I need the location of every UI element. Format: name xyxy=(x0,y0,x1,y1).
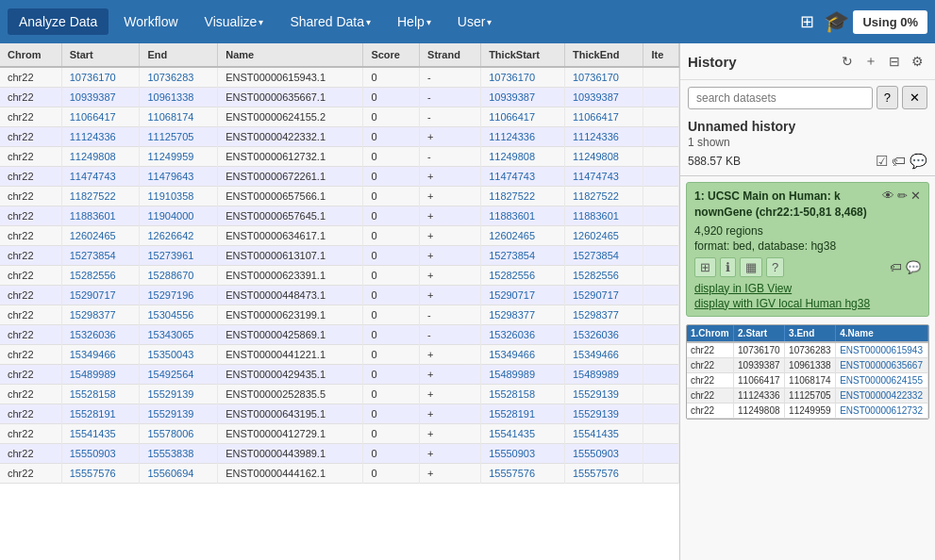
table-cell xyxy=(643,187,679,206)
history-size: 588.57 KB xyxy=(688,155,741,168)
history-shown-label: 1 shown xyxy=(680,136,935,151)
history-comment-icon[interactable]: 💬 xyxy=(910,153,927,170)
nav-workflow[interactable]: Workflow xyxy=(112,8,189,35)
history-search-help-icon[interactable]: ? xyxy=(877,86,898,109)
dataset-igv-link[interactable]: display with IGV local Human hg38 xyxy=(694,297,921,310)
table-cell: 15489989 xyxy=(61,365,140,385)
table-cell: 15349466 xyxy=(61,345,140,365)
history-add-icon[interactable]: ＋ xyxy=(860,51,881,72)
dataset-question-icon[interactable]: ? xyxy=(766,257,784,277)
table-cell: chr22 xyxy=(0,67,61,88)
table-cell: - xyxy=(420,147,481,167)
table-cell: 0 xyxy=(363,266,420,286)
history-search-clear-icon[interactable]: ✕ xyxy=(902,86,927,109)
mini-table-cell: ENST00000624155 xyxy=(836,372,928,387)
table-cell: ENST00000657566.1 xyxy=(218,187,363,206)
dataset-chart-icon[interactable]: ▦ xyxy=(740,257,762,277)
table-cell: 11883601 xyxy=(564,206,643,226)
table-cell: 15290717 xyxy=(481,286,565,305)
table-cell: 15557576 xyxy=(564,464,643,484)
table-cell xyxy=(643,167,679,187)
using-storage-button[interactable]: Using 0% xyxy=(853,10,927,34)
table-cell: - xyxy=(420,305,481,325)
dataset-table-icon[interactable]: ⊞ xyxy=(694,257,716,277)
table-cell xyxy=(643,305,679,325)
dataset-close-icon[interactable]: ✕ xyxy=(910,189,921,203)
table-cell: - xyxy=(420,88,481,107)
mini-genomic-table: 1.Chrom 2.Start 3.End 4.Name chr22107361… xyxy=(687,325,928,419)
nav-help[interactable]: Help ▾ xyxy=(386,8,442,35)
grid-icon[interactable]: ⊞ xyxy=(794,8,820,36)
table-cell: 15489989 xyxy=(481,365,565,385)
table-cell: + xyxy=(420,385,481,404)
history-search-input[interactable] xyxy=(688,87,873,109)
mini-table-cell: chr22 xyxy=(687,357,734,372)
table-row: chr221147474311479643ENST00000672261.10+… xyxy=(0,167,679,187)
table-cell: 12602465 xyxy=(564,226,643,246)
table-cell: 15326036 xyxy=(61,325,140,345)
tool-icons-right: 🏷 💬 xyxy=(890,260,921,274)
visualize-caret: ▾ xyxy=(259,17,263,27)
mini-table-cell: 10939387 xyxy=(734,357,785,372)
shared-data-caret: ▾ xyxy=(366,17,371,27)
table-cell: 15282556 xyxy=(481,266,565,286)
mini-col-start: 2.Start xyxy=(734,325,785,342)
table-row: chr221552815815529139ENST00000252835.50+… xyxy=(0,385,679,404)
dataset-info-icon[interactable]: ℹ xyxy=(720,257,736,277)
table-cell: + xyxy=(420,167,481,187)
table-cell: chr22 xyxy=(0,246,61,266)
table-cell: ENST00000624155.2 xyxy=(218,107,363,127)
history-tag-icon[interactable]: 🏷 xyxy=(892,153,906,170)
table-row: chr221124980811249959ENST00000612732.10-… xyxy=(0,147,679,167)
history-refresh-icon[interactable]: ↻ xyxy=(838,52,857,71)
mini-table-cell: 11124336 xyxy=(734,387,785,403)
table-cell: 15282556 xyxy=(61,266,140,286)
nav-shared-data[interactable]: Shared Data ▾ xyxy=(278,8,382,35)
col-chrom: Chrom xyxy=(0,43,61,67)
mini-table-cell: chr22 xyxy=(687,403,734,418)
nav-analyze-data[interactable]: Analyze Data xyxy=(8,8,109,35)
table-cell: 15273854 xyxy=(61,246,140,266)
table-cell xyxy=(643,127,679,147)
dataset-eye-icon[interactable]: 👁 xyxy=(882,189,894,203)
mini-table-header-row: 1.Chrom 2.Start 3.End 4.Name xyxy=(687,325,928,342)
table-cell: 11474743 xyxy=(564,167,643,187)
dataset-edit-icon[interactable]: ✏ xyxy=(897,189,908,203)
dataset-tag-right-icon[interactable]: 🏷 xyxy=(890,260,902,274)
history-columns-icon[interactable]: ⊟ xyxy=(885,52,904,71)
table-cell: chr22 xyxy=(0,464,61,484)
nav-visualize[interactable]: Visualize ▾ xyxy=(193,8,275,35)
table-row: chr221527385415273961ENST00000613107.10+… xyxy=(0,246,679,266)
history-unnamed-title: Unnamed history xyxy=(688,119,795,134)
table-cell: chr22 xyxy=(0,385,61,404)
table-cell: 15282556 xyxy=(564,266,643,286)
table-cell: 15349466 xyxy=(564,345,643,365)
history-gear-icon[interactable]: ⚙ xyxy=(908,52,927,71)
dataset-comment-right-icon[interactable]: 💬 xyxy=(906,260,921,274)
table-cell: 12602465 xyxy=(481,226,565,246)
table-cell: 15550903 xyxy=(564,444,643,464)
dataset-igb-link[interactable]: display in IGB View xyxy=(694,282,921,295)
table-row: chr221529071715297196ENST00000448473.10+… xyxy=(0,286,679,305)
table-cell: 11827522 xyxy=(61,187,140,206)
table-cell: 10961338 xyxy=(140,88,218,107)
table-cell: + xyxy=(420,127,481,147)
table-cell: 0 xyxy=(363,424,420,444)
dataset-card-header: 1: UCSC Main on Human: k nownGene (chr22… xyxy=(694,189,921,221)
table-cell: ENST00000623199.1 xyxy=(218,305,363,325)
table-cell xyxy=(643,246,679,266)
table-cell: 11904000 xyxy=(140,206,218,226)
graduation-cap-icon[interactable]: 🎓 xyxy=(824,9,849,34)
table-cell: 15528158 xyxy=(61,385,140,404)
history-check-icon[interactable]: ☑ xyxy=(876,153,888,170)
table-cell xyxy=(643,404,679,424)
mini-table-cell: ENST00000635667 xyxy=(836,357,928,372)
table-cell: + xyxy=(420,286,481,305)
table-cell: 15529139 xyxy=(564,404,643,424)
dataset-format: format: bed, database: hg38 xyxy=(694,239,921,253)
table-cell: 0 xyxy=(363,325,420,345)
table-cell: 15273854 xyxy=(564,246,643,266)
table-cell: 0 xyxy=(363,385,420,404)
nav-user[interactable]: User ▾ xyxy=(446,8,504,35)
table-cell: 15304556 xyxy=(140,305,218,325)
